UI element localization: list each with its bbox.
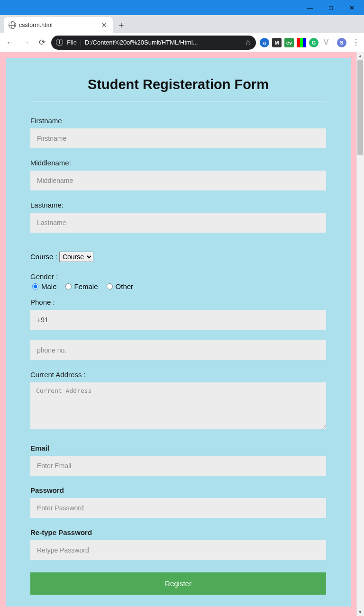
gender-other-radio[interactable]: [107, 283, 113, 290]
course-select[interactable]: Course: [59, 252, 93, 262]
firstname-input[interactable]: [30, 128, 326, 148]
extension-icon-v[interactable]: V: [321, 38, 331, 47]
address-path: D:/Content%20of%20Sumit/HTML/Html...: [85, 39, 238, 46]
browser-menu-button[interactable]: ⋮: [350, 38, 361, 47]
forward-button[interactable]: →: [19, 36, 33, 50]
window-maximize-button[interactable]: □: [320, 0, 341, 15]
lastname-label: Lastname:: [30, 201, 326, 209]
bookmark-star-icon[interactable]: ☆: [242, 38, 251, 47]
title-divider: [30, 101, 326, 101]
extension-icon-m[interactable]: M: [272, 38, 282, 47]
registration-form: Student Registeration Form Firstname Mid…: [6, 58, 351, 607]
scrollbar-track[interactable]: ▲ ▼: [356, 52, 364, 616]
register-button[interactable]: Register: [30, 572, 326, 595]
extension-icon-ev[interactable]: ev: [284, 38, 294, 47]
course-label: Course :: [30, 253, 57, 261]
form-title: Student Registeration Form: [30, 77, 326, 92]
scroll-down-button[interactable]: ▼: [356, 608, 364, 616]
repassword-label: Re-type Password: [30, 528, 326, 536]
scroll-up-button[interactable]: ▲: [356, 52, 364, 60]
email-input[interactable]: [30, 456, 326, 476]
extension-icon-a[interactable]: a: [260, 38, 269, 47]
scrollbar-thumb[interactable]: [357, 60, 363, 155]
page-background: Student Registeration Form Firstname Mid…: [0, 52, 356, 616]
extension-icons: a M ev G V S: [258, 38, 348, 47]
phone-prefix-input[interactable]: [30, 310, 326, 330]
gender-male-label: Male: [41, 282, 57, 290]
browser-tab[interactable]: cssform.html ✕: [4, 17, 113, 33]
middlename-label: Middlename:: [30, 159, 326, 167]
repassword-input[interactable]: [30, 540, 326, 560]
globe-icon: [9, 21, 16, 29]
site-info-icon[interactable]: i: [56, 39, 63, 46]
gender-group: Gender : Male Female Other: [30, 272, 326, 290]
window-close-button[interactable]: ✕: [341, 0, 362, 15]
address-textarea[interactable]: [30, 382, 326, 429]
reload-button[interactable]: ⟳: [35, 36, 49, 50]
viewport: ▲ ▼ Student Registeration Form Firstname…: [0, 52, 364, 616]
tab-close-button[interactable]: ✕: [100, 21, 108, 29]
phone-number-input[interactable]: [30, 340, 326, 360]
address-scheme: File: [67, 39, 77, 46]
address-separator: [81, 39, 81, 46]
gender-other-label: Other: [116, 282, 134, 290]
window-titlebar: ― □ ✕: [0, 0, 364, 15]
back-button[interactable]: ←: [3, 36, 17, 50]
course-row: Course : Course: [30, 252, 326, 262]
profile-avatar[interactable]: S: [337, 38, 346, 47]
tab-title: cssform.html: [19, 22, 98, 28]
extension-icon-g[interactable]: G: [309, 38, 318, 47]
new-tab-button[interactable]: +: [115, 19, 128, 32]
tab-strip: cssform.html ✕ +: [0, 15, 364, 33]
address-label: Current Address :: [30, 371, 326, 379]
gender-female-label: Female: [74, 282, 98, 290]
extension-divider: [334, 38, 334, 47]
gender-female-radio[interactable]: [65, 283, 72, 290]
email-label: Email: [30, 444, 326, 452]
password-label: Password: [30, 486, 326, 494]
browser-toolbar: ← → ⟳ i File D:/Content%20of%20Sumit/HTM…: [0, 33, 364, 52]
phone-label: Phone :: [30, 298, 326, 306]
middlename-input[interactable]: [30, 171, 326, 190]
lastname-input[interactable]: [30, 213, 326, 233]
window-minimize-button[interactable]: ―: [300, 0, 320, 15]
gender-label: Gender :: [30, 272, 326, 281]
extension-icon-color[interactable]: [297, 38, 306, 47]
password-input[interactable]: [30, 498, 326, 518]
gender-male-radio[interactable]: [32, 283, 38, 290]
firstname-label: Firstname: [30, 117, 326, 125]
address-bar[interactable]: i File D:/Content%20of%20Sumit/HTML/Html…: [51, 36, 256, 50]
